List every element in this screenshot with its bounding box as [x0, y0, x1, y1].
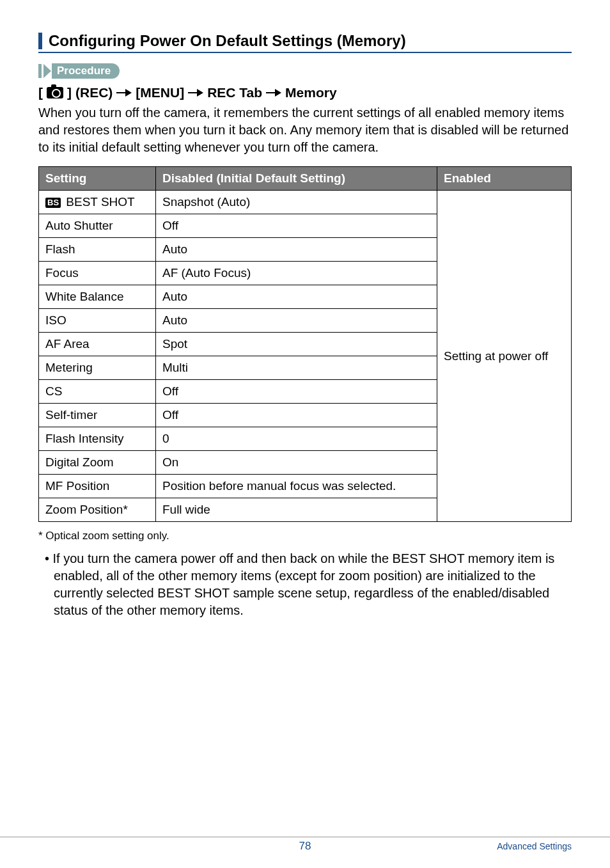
cell-disabled: Spot [155, 333, 437, 356]
col-header-disabled: Disabled (Initial Default Setting) [155, 167, 437, 191]
heading-accent-bar [38, 33, 42, 49]
heading-text: Configuring Power On Default Settings (M… [49, 32, 406, 50]
cell-setting: Self-timer [39, 404, 156, 427]
cell-setting: Flash [39, 238, 156, 262]
cell-setting: AF Area [39, 333, 156, 356]
cell-disabled: 0 [155, 427, 437, 451]
section-heading: Configuring Power On Default Settings (M… [38, 32, 572, 53]
cell-disabled: Off [155, 404, 437, 427]
cell-disabled: Position before manual focus was selecte… [155, 475, 437, 498]
cell-disabled: Full wide [155, 498, 437, 522]
bullet-note: • If you turn the camera power off and t… [38, 550, 572, 619]
cell-disabled: Auto [155, 238, 437, 262]
procedure-lead-triangle [43, 64, 51, 78]
col-header-setting: Setting [39, 167, 156, 191]
settings-table: Setting Disabled (Initial Default Settin… [38, 166, 572, 522]
table-row: BS BEST SHOT Snapshot (Auto) Setting at … [39, 191, 572, 214]
cell-setting-text: BEST SHOT [63, 195, 135, 209]
cell-disabled: Auto [155, 309, 437, 333]
cell-enabled: Setting at power off [437, 191, 572, 522]
cell-setting: MF Position [39, 475, 156, 498]
cell-disabled: Off [155, 380, 437, 404]
intro-paragraph: When you turn off the camera, it remembe… [38, 104, 572, 156]
cell-disabled: Snapshot (Auto) [155, 191, 437, 214]
breadcrumb-memory: Memory [285, 85, 337, 100]
arrow-right-icon [266, 89, 281, 97]
procedure-tag: Procedure [38, 63, 572, 79]
cell-setting: Metering [39, 356, 156, 380]
cell-setting: ISO [39, 309, 156, 333]
bs-icon: BS [45, 198, 61, 208]
breadcrumb-bracket: [ [38, 85, 43, 100]
procedure-pipe [38, 64, 42, 78]
cell-disabled: AF (Auto Focus) [155, 262, 437, 285]
breadcrumb-rec: (REC) [75, 85, 113, 100]
col-header-enabled: Enabled [437, 167, 572, 191]
cell-setting: Zoom Position* [39, 498, 156, 522]
cell-setting: BS BEST SHOT [39, 191, 156, 214]
procedure-label: Procedure [52, 63, 120, 79]
cell-disabled: On [155, 451, 437, 475]
cell-disabled: Auto [155, 285, 437, 309]
cell-setting: White Balance [39, 285, 156, 309]
breadcrumb: [ ] (REC) [MENU] REC Tab Memory [38, 85, 572, 100]
cell-setting: Focus [39, 262, 156, 285]
breadcrumb-menu: [MENU] [136, 85, 184, 100]
page-number: 78 [299, 840, 311, 853]
cell-setting: CS [39, 380, 156, 404]
arrow-right-icon [116, 89, 132, 97]
arrow-right-icon [188, 89, 203, 97]
cell-disabled: Multi [155, 356, 437, 380]
breadcrumb-tab: REC Tab [207, 85, 262, 100]
footer-section-label: Advanced Settings [497, 841, 572, 851]
camera-icon [47, 87, 63, 99]
cell-setting: Digital Zoom [39, 451, 156, 475]
cell-setting: Flash Intensity [39, 427, 156, 451]
page-footer: 78 Advanced Settings [0, 837, 610, 851]
cell-disabled: Off [155, 214, 437, 238]
breadcrumb-bracket: ] [67, 85, 72, 100]
cell-setting: Auto Shutter [39, 214, 156, 238]
footnote: * Optical zoom setting only. [38, 530, 572, 542]
